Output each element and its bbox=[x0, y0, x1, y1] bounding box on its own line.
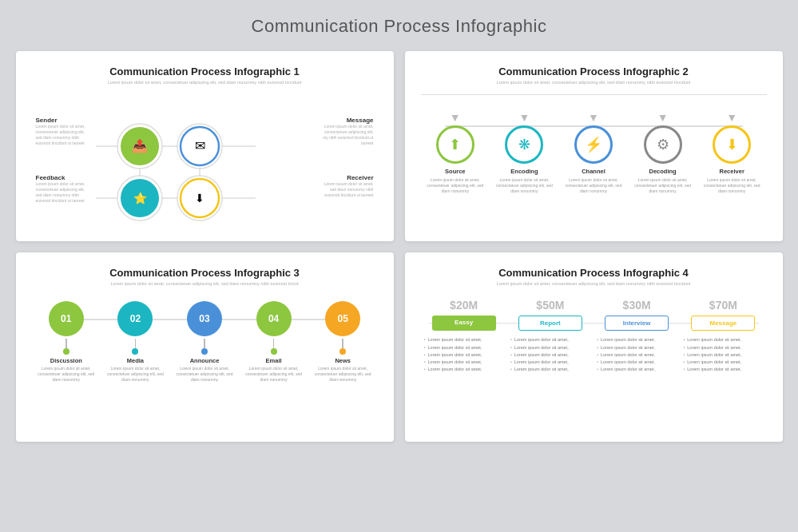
bubble-04: 04 bbox=[256, 301, 292, 336]
bullet-2-4: Lorem ipsum dolor sit amet, bbox=[510, 359, 590, 365]
slide-4-subtitle: Lorem ipsum dolor sit amet, consectetuer… bbox=[421, 281, 767, 288]
desc-media: Lorem ipsum dolor sit amet, consectetuer… bbox=[105, 366, 165, 383]
slide-4: Communication Process Infographic 4 Lore… bbox=[405, 252, 783, 443]
bullets-col-4: Lorem ipsum dolor sit amet, Lorem ipsum … bbox=[683, 337, 763, 374]
slide4-content: $20M $50M $30M $70M Eassy Report Intervi… bbox=[421, 295, 767, 374]
channel-icon: ⚡ bbox=[574, 125, 613, 164]
connection-lines: 📤 ✉ ⭐ ⬇ bbox=[96, 110, 256, 222]
slide2-item-source: ▼ ⬆ Source Lorem ipsum dolor sit amet, c… bbox=[423, 111, 487, 194]
svg-text:⬇: ⬇ bbox=[195, 192, 204, 204]
amount-20m: $20M bbox=[424, 299, 504, 312]
bullets-col-3: Lorem ipsum dolor sit amet, Lorem ipsum … bbox=[597, 337, 677, 374]
bullets-col-1: Lorem ipsum dolor sit amet, Lorem ipsum … bbox=[424, 337, 504, 374]
encoding-label: Encoding bbox=[510, 168, 538, 175]
message-label: Message bbox=[322, 117, 374, 124]
slide3-item-04: 04 Email Lorem ipsum dolor sit amet, con… bbox=[244, 301, 304, 383]
receiver-desc-s2: Lorem ipsum dolor sit amet, consectetuer… bbox=[700, 177, 764, 194]
slide4-tags-wrapper: Eassy Report Interview Message bbox=[421, 316, 767, 331]
bubble-02: 02 bbox=[117, 301, 153, 336]
label-news: News bbox=[335, 357, 351, 364]
slide3-item-03: 03 Announce Lorem ipsum dolor sit amet, … bbox=[174, 301, 234, 383]
bullets-col-2: Lorem ipsum dolor sit amet, Lorem ipsum … bbox=[510, 337, 590, 374]
feedback-desc: Lorem ipsum dolor sit amet, consectetuer… bbox=[36, 181, 88, 204]
svg-text:⭐: ⭐ bbox=[133, 192, 147, 205]
decoding-arrow: ▼ bbox=[657, 111, 669, 124]
slide2-item-channel: ▼ ⚡ Channel Lorem ipsum dolor sit amet, … bbox=[562, 111, 625, 194]
message-desc: Lorem ipsum dolor sit amet, consectetuer… bbox=[322, 124, 374, 146]
connector-02 bbox=[135, 339, 137, 348]
source-arrow: ▼ bbox=[450, 111, 461, 124]
sender-desc: Lorem ipsum dolor sit amet, consectetuer… bbox=[36, 124, 88, 146]
slide-1-subtitle: Lorem ipsum dolor sit amet, consectetuer… bbox=[32, 80, 378, 86]
encoding-icon: ❋ bbox=[505, 125, 543, 164]
decoding-desc: Lorem ipsum dolor sit amet, consectetuer… bbox=[631, 177, 695, 194]
connector-04 bbox=[273, 339, 275, 348]
label-email: Email bbox=[266, 357, 282, 364]
dot-01 bbox=[63, 348, 69, 355]
connector-03 bbox=[204, 339, 205, 348]
tag-eassy: Eassy bbox=[432, 316, 496, 331]
source-icon: ⬆ bbox=[436, 125, 474, 164]
slide-2-subtitle: Lorem ipsum dolor sit amet, consectetuer… bbox=[421, 80, 767, 86]
bullet-4-3: Lorem ipsum dolor sit amet, bbox=[683, 352, 763, 358]
receiver-icon: ⬇ bbox=[713, 125, 751, 164]
desc-news: Lorem ipsum dolor sit amet, consectetuer… bbox=[313, 366, 373, 383]
source-label: Source bbox=[445, 168, 465, 175]
slide-3-subtitle: Lorem ipsum dolor sit amet, consectetuer… bbox=[32, 281, 378, 288]
bullet-3-3: Lorem ipsum dolor sit amet, bbox=[597, 352, 677, 358]
bullet-4-5: Lorem ipsum dolor sit amet, bbox=[683, 367, 763, 372]
slides-grid: Communication Process Infographic 1 Lore… bbox=[16, 51, 783, 442]
encoding-desc: Lorem ipsum dolor sit amet, consectetuer… bbox=[492, 177, 556, 194]
slide4-bullets: Lorem ipsum dolor sit amet, Lorem ipsum … bbox=[421, 337, 767, 374]
receiver-label: Receiver bbox=[322, 174, 374, 181]
decoding-icon: ⚙ bbox=[644, 125, 682, 164]
slide2-item-encoding: ▼ ❋ Encoding Lorem ipsum dolor sit amet,… bbox=[492, 111, 556, 194]
label-discussion: Discussion bbox=[50, 357, 82, 364]
slide-1-title: Communication Process Infographic 1 bbox=[32, 66, 378, 77]
slide-3-title: Communication Process Infographic 3 bbox=[32, 267, 378, 279]
bullet-1-2: Lorem ipsum dolor sit amet, bbox=[424, 345, 504, 351]
svg-text:📤: 📤 bbox=[132, 138, 148, 153]
slide3-item-02: 02 Media Lorem ipsum dolor sit amet, con… bbox=[105, 301, 165, 383]
source-desc: Lorem ipsum dolor sit amet, consectetuer… bbox=[423, 177, 487, 194]
sender-label: Sender bbox=[36, 117, 88, 124]
dot-05 bbox=[339, 348, 346, 355]
slide3-item-05: 05 News Lorem ipsum dolor sit amet, cons… bbox=[313, 301, 373, 383]
decoding-label: Decoding bbox=[649, 168, 676, 175]
slide-2: Communication Process Infographic 2 Lore… bbox=[405, 51, 783, 241]
dot-03 bbox=[201, 348, 208, 355]
page-title: Communication Process Infographic bbox=[252, 16, 547, 37]
desc-email: Lorem ipsum dolor sit amet, consectetuer… bbox=[244, 366, 304, 383]
slide-2-title: Communication Process Infographic 2 bbox=[421, 66, 767, 77]
slide3-timeline: 01 Discussion Lorem ipsum dolor sit amet… bbox=[32, 295, 378, 383]
bullet-2-3: Lorem ipsum dolor sit amet, bbox=[510, 352, 590, 358]
bullet-1-5: Lorem ipsum dolor sit amet, bbox=[424, 367, 504, 372]
bullet-1-1: Lorem ipsum dolor sit amet, bbox=[424, 337, 504, 343]
slide4-tags: Eassy Report Interview Message bbox=[421, 316, 767, 331]
bullet-4-2: Lorem ipsum dolor sit amet, bbox=[683, 345, 763, 351]
bullet-2-1: Lorem ipsum dolor sit amet, bbox=[510, 337, 590, 343]
label-media: Media bbox=[127, 357, 144, 364]
bullet-4-4: Lorem ipsum dolor sit amet, bbox=[683, 359, 763, 365]
tag-message: Message bbox=[691, 316, 755, 331]
bubble-05: 05 bbox=[325, 301, 360, 336]
bubble-01: 01 bbox=[49, 301, 84, 336]
channel-arrow: ▼ bbox=[588, 111, 599, 124]
desc-announce: Lorem ipsum dolor sit amet, consectetuer… bbox=[174, 366, 234, 383]
dot-04 bbox=[271, 348, 277, 355]
bullet-1-3: Lorem ipsum dolor sit amet, bbox=[424, 352, 504, 358]
label-announce: Announce bbox=[190, 357, 220, 364]
bullet-3-1: Lorem ipsum dolor sit amet, bbox=[597, 337, 677, 343]
svg-text:✉: ✉ bbox=[194, 139, 204, 153]
slide2-timeline: ▼ ⬆ Source Lorem ipsum dolor sit amet, c… bbox=[421, 95, 767, 194]
slide2-item-decoding: ▼ ⚙ Decoding Lorem ipsum dolor sit amet,… bbox=[631, 111, 695, 194]
slide-4-title: Communication Process Infographic 4 bbox=[421, 267, 767, 279]
bubble-03: 03 bbox=[187, 301, 222, 336]
connector-01 bbox=[66, 339, 67, 348]
slide2-item-receiver: ▼ ⬇ Receiver Lorem ipsum dolor sit amet,… bbox=[700, 111, 764, 194]
amount-50m: $50M bbox=[510, 299, 590, 312]
bullet-3-4: Lorem ipsum dolor sit amet, bbox=[597, 359, 677, 365]
slide3-item-01: 01 Discussion Lorem ipsum dolor sit amet… bbox=[36, 301, 96, 383]
dot-02 bbox=[132, 348, 138, 355]
feedback-label: Feedback bbox=[36, 174, 88, 181]
